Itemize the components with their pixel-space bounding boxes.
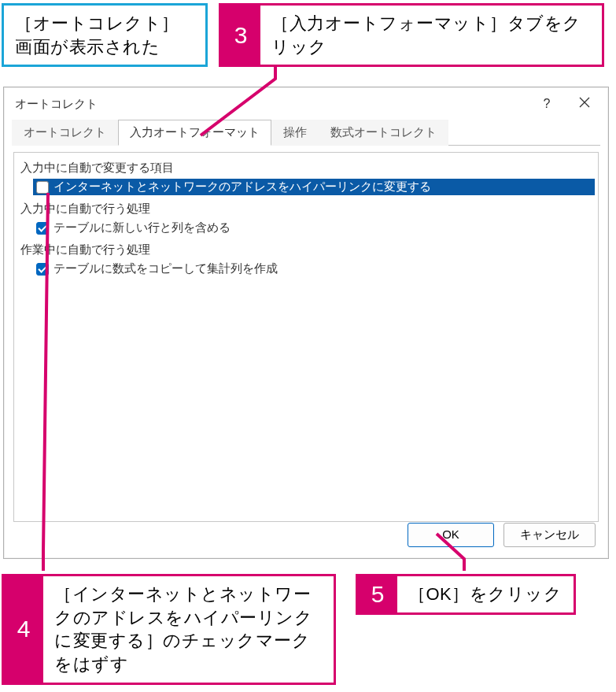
tab-math-autocorrect[interactable]: 数式オートコレクト (319, 120, 448, 146)
dialog-title: オートコレクト (15, 97, 528, 112)
dialog-button-row: OK キャンセル (408, 523, 596, 547)
option-formulas-label: テーブルに数式をコピーして集計列を作成 (53, 261, 278, 276)
titlebar: オートコレクト ? (4, 87, 608, 120)
options-panel: 入力中に自動で変更する項目 インターネットとネットワークのアドレスをハイパーリン… (13, 152, 599, 522)
option-hyperlink-row[interactable]: インターネットとネットワークのアドレスをハイパーリンクに変更する (33, 179, 595, 195)
callout-step-3-text: ［入力オートフォーマット］タブをクリック (260, 6, 602, 65)
close-icon (579, 97, 590, 111)
ok-button[interactable]: OK (408, 523, 494, 547)
checkbox-hyperlink[interactable] (36, 181, 49, 194)
callout-step-5-number: 5 (358, 576, 397, 612)
group-replace-label: 入力中に自動で変更する項目 (17, 159, 595, 177)
callout-step-5: 5 ［OK］をクリック (356, 574, 576, 615)
tab-autoformat[interactable]: 入力オートフォーマット (118, 120, 271, 146)
callout-step-5-text: ［OK］をクリック (397, 576, 573, 612)
option-table-rows-row[interactable]: テーブルに新しい行と列を含める (33, 220, 595, 236)
cancel-button[interactable]: キャンセル (503, 523, 596, 547)
help-button[interactable]: ? (528, 91, 566, 117)
autocorrect-dialog: オートコレクト ? オートコレクト 入力オートフォーマット 操作 数式オートコレ… (3, 87, 609, 559)
tab-autocorrect[interactable]: オートコレクト (12, 120, 118, 146)
callout-step-4: 4 ［インターネットとネットワークのアドレスをハイパーリンクに変更する］のチェッ… (2, 574, 336, 685)
callout-info: ［オートコレクト］画面が表示された (2, 3, 208, 67)
option-formulas-row[interactable]: テーブルに数式をコピーして集計列を作成 (33, 261, 595, 277)
callout-info-text: ［オートコレクト］画面が表示された (4, 6, 205, 65)
tab-strip: オートコレクト 入力オートフォーマット 操作 数式オートコレクト (4, 120, 608, 146)
callout-step-3: 3 ［入力オートフォーマット］タブをクリック (219, 3, 604, 67)
callout-step-4-number: 4 (4, 576, 43, 683)
checkbox-table-rows[interactable] (36, 222, 49, 235)
callout-step-4-text: ［インターネットとネットワークのアドレスをハイパーリンクに変更する］のチェックマ… (43, 576, 334, 683)
option-hyperlink-label: インターネットとネットワークのアドレスをハイパーリンクに変更する (53, 179, 431, 194)
checkbox-formulas[interactable] (36, 263, 49, 276)
option-table-rows-label: テーブルに新しい行と列を含める (53, 220, 231, 235)
tab-actions[interactable]: 操作 (271, 120, 319, 146)
group-apply-label: 入力中に自動で行う処理 (17, 200, 595, 218)
group-working-label: 作業中に自動で行う処理 (17, 241, 595, 259)
callout-step-3-number: 3 (221, 6, 260, 65)
close-button[interactable] (566, 91, 603, 117)
